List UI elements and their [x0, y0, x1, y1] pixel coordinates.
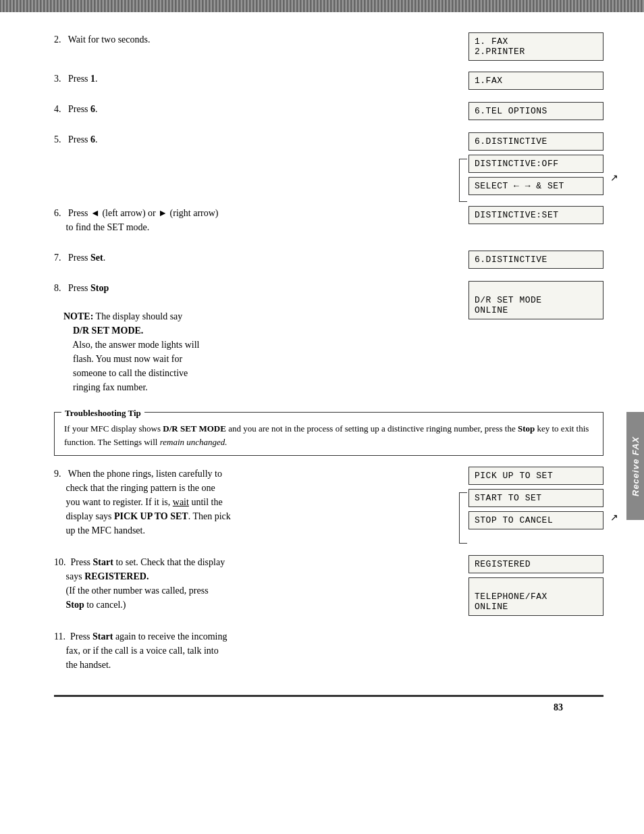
step-9-left: 9. When the phone rings, listen carefull…: [54, 467, 455, 547]
pick-bracket-container: PICK UP TO SET ↗ START TO SET STOP TO CA…: [468, 467, 603, 529]
lcd-distinctive-text: 6.DISTINCTIVE: [475, 136, 547, 147]
lcd-pick-up: PICK UP TO SET: [468, 467, 603, 485]
lcd-telephone-fax-text: TELEPHONE/FAX ONLINE: [475, 592, 547, 612]
step-11: 11. Press Start again to receive the inc…: [54, 629, 455, 672]
content-area: 2. Wait for two seconds. 1. FAX 2.PRINTE…: [0, 26, 644, 733]
page-number: 83: [54, 697, 603, 713]
lcd-start-to-set-text: START TO SET: [475, 493, 542, 503]
side-tab: Receive FAX: [626, 412, 644, 520]
troubleshoot-bold1: D/R SET MODE: [163, 423, 226, 434]
lcd-fax-printer: 1. FAX 2.PRINTER: [468, 32, 603, 61]
step-9-pickup: PICK UP TO SET: [114, 511, 188, 521]
step-2-displays: 1. FAX 2.PRINTER: [468, 32, 603, 65]
step-11-row: 11. Press Start again to receive the inc…: [54, 629, 603, 681]
lcd-tel-options-text: 6.TEL OPTIONS: [475, 106, 547, 116]
page-container: 2. Wait for two seconds. 1. FAX 2.PRINTE…: [0, 0, 644, 834]
lcd-distinctive-set-text: DISTINCTIVE:SET: [475, 210, 559, 220]
step-4-number: 4.: [54, 104, 61, 114]
step-7-left: 7. Press Set.: [54, 251, 455, 274]
step-5-left: 5. Press 6.: [54, 132, 455, 156]
top-decorative-bar: [0, 0, 644, 12]
bracket-left: [459, 159, 467, 202]
lcd-six-distinctive: 6.DISTINCTIVE: [468, 251, 603, 269]
step-4-press: 6: [90, 104, 95, 114]
step-3-number: 3.: [54, 74, 61, 84]
lcd-distinctive-set: DISTINCTIVE:SET: [468, 206, 603, 224]
step-7-number: 7.: [54, 253, 61, 263]
step-3-left: 3. Press 1.: [54, 72, 455, 95]
troubleshoot-box: Troubleshooting Tip If your MFC display …: [54, 412, 603, 456]
step-2: 2. Wait for two seconds.: [54, 32, 455, 47]
step-10: 10. Press Start to set. Check that the d…: [54, 555, 455, 612]
step-9-row: 9. When the phone rings, listen carefull…: [54, 467, 603, 547]
step-2-left: 2. Wait for two seconds.: [54, 32, 455, 56]
step-10-left: 10. Press Start to set. Check that the d…: [54, 555, 455, 621]
lcd-registered: REGISTERED: [468, 555, 603, 573]
step-7-displays: 6.DISTINCTIVE: [468, 251, 603, 273]
step-7-row: 7. Press Set. 6.DISTINCTIVE: [54, 251, 603, 274]
step-2-number: 2.: [54, 34, 61, 45]
step-5: 5. Press 6.: [54, 132, 455, 147]
step-8-row: 8. Press Stop NOTE: The display should s…: [54, 281, 603, 404]
step-4-row: 4. Press 6. 6.TEL OPTIONS: [54, 102, 603, 126]
troubleshoot-italic: remain unchanged.: [160, 437, 227, 447]
lcd-distinctive-off: DISTINCTIVE:OFF: [468, 155, 603, 173]
step-6-row: 6. Press ◄ (left arrow) or ► (right arro…: [54, 206, 603, 244]
step-9-wait: wait: [173, 497, 189, 507]
step-3: 3. Press 1.: [54, 72, 455, 86]
step-4-displays: 6.TEL OPTIONS: [468, 102, 603, 124]
note-dr-set: D/R SET MODE.: [73, 325, 143, 336]
step-10-row: 10. Press Start to set. Check that the d…: [54, 555, 603, 621]
step-5-number: 5.: [54, 134, 61, 145]
step-9-number: 9.: [54, 469, 61, 479]
step-8-left: 8. Press Stop NOTE: The display should s…: [54, 281, 455, 404]
troubleshoot-title: Troubleshooting Tip: [61, 407, 144, 420]
step-10-number: 10.: [54, 557, 66, 567]
step-5-displays: 6.DISTINCTIVE ↗ DISTINCTIVE:OFF SELECT ←…: [468, 132, 603, 199]
lcd-fax: 1.FAX: [468, 72, 603, 90]
bracket-arrow: ↗: [610, 172, 618, 184]
step-8-number: 8.: [54, 283, 61, 293]
start-stop-arrow: ↗: [610, 512, 618, 523]
step-11-left: 11. Press Start again to receive the inc…: [54, 629, 455, 681]
lcd-fax-text: 1.FAX: [475, 76, 503, 86]
step-2-row: 2. Wait for two seconds. 1. FAX 2.PRINTE…: [54, 32, 603, 65]
step-6-number: 6.: [54, 208, 61, 218]
start-stop-bracket: ↗ START TO SET STOP TO CANCEL: [468, 489, 603, 529]
step-9-displays: PICK UP TO SET ↗ START TO SET STOP TO CA…: [468, 467, 603, 533]
lcd-telephone-fax: TELEPHONE/FAX ONLINE: [468, 577, 603, 616]
bracket-group: ↗ DISTINCTIVE:OFF SELECT ← → & SET: [468, 155, 603, 195]
step-11-number: 11.: [54, 631, 65, 642]
note-label: NOTE:: [63, 311, 93, 321]
step-10-displays: REGISTERED TELEPHONE/FAX ONLINE: [468, 555, 603, 620]
step-10-registered: REGISTERED.: [84, 571, 149, 581]
lcd-tel-options: 6.TEL OPTIONS: [468, 102, 603, 120]
step-8-displays: D/R SET MODE ONLINE: [468, 281, 603, 323]
lcd-distinctive-off-text: DISTINCTIVE:OFF: [475, 159, 559, 169]
lcd-distinctive: 6.DISTINCTIVE: [468, 132, 603, 151]
step-5-press: 6: [90, 134, 95, 145]
lcd-select: SELECT ← → & SET: [468, 177, 603, 195]
step-7: 7. Press Set.: [54, 251, 455, 265]
step-7-press: Set: [90, 253, 103, 263]
step-4-left: 4. Press 6.: [54, 102, 455, 126]
step-5-row: 5. Press 6. 6.DISTINCTIVE ↗ DISTINCTIVE:…: [54, 132, 603, 199]
lcd-select-text: SELECT ← → & SET: [475, 181, 564, 191]
step-6-displays: DISTINCTIVE:SET: [468, 206, 603, 228]
lcd-stop-to-cancel-text: STOP TO CANCEL: [475, 515, 553, 525]
step-3-displays: 1.FAX: [468, 72, 603, 94]
lcd-pick-up-text: PICK UP TO SET: [475, 471, 553, 481]
step-3-row: 3. Press 1. 1.FAX: [54, 72, 603, 95]
step-8-press: Stop: [90, 283, 109, 293]
step-11-start: Start: [92, 631, 113, 642]
lcd-registered-text: REGISTERED: [475, 559, 531, 569]
step-2-text: Wait for two seconds.: [68, 34, 151, 45]
step-10-start: Start: [93, 557, 113, 567]
lcd-six-distinctive-text: 6.DISTINCTIVE: [475, 255, 547, 265]
step-4: 4. Press 6.: [54, 102, 455, 116]
troubleshoot-bold2: Stop: [518, 423, 535, 434]
lcd-dr-set-mode: D/R SET MODE ONLINE: [468, 281, 603, 319]
lcd-stop-to-cancel: STOP TO CANCEL: [468, 511, 603, 529]
troubleshoot-text: If your MFC display shows D/R SET MODE a…: [64, 422, 593, 448]
step-8: 8. Press Stop NOTE: The display should s…: [54, 281, 455, 394]
